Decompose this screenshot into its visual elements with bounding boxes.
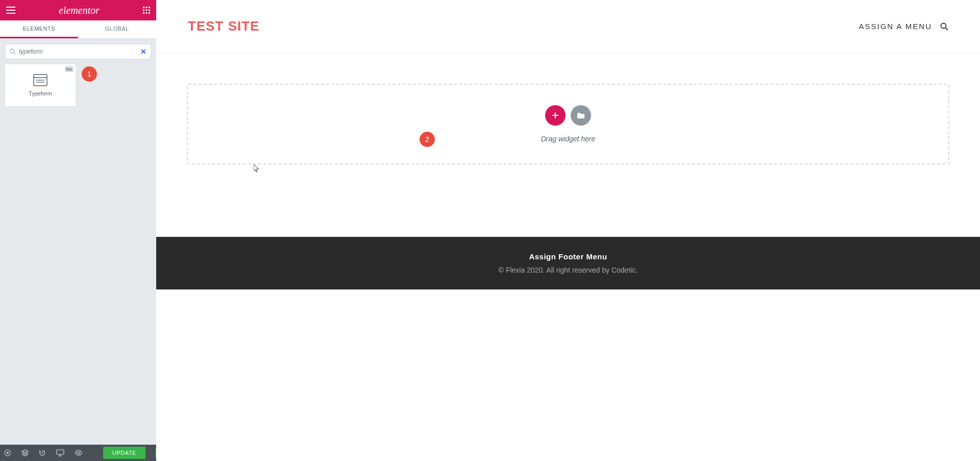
drop-zone[interactable]: Drag widget here [187, 84, 949, 164]
annotation-badge-1: 1 [82, 66, 97, 82]
svg-rect-16 [57, 450, 64, 454]
footer-menu-link[interactable]: Assign Footer Menu [156, 252, 980, 261]
search-container: ✕ [0, 39, 156, 64]
search-box: ✕ [5, 44, 151, 59]
update-button[interactable]: UPDATE [103, 447, 145, 459]
sidebar-tabs: ELEMENTS GLOBAL [0, 20, 156, 39]
svg-rect-8 [149, 12, 150, 14]
site-header: TEST SITE ASSIGN A MENU [156, 0, 980, 53]
search-input[interactable] [19, 48, 140, 55]
search-icon [10, 48, 16, 55]
add-section-button[interactable] [545, 105, 566, 126]
preview-icon[interactable] [75, 450, 83, 456]
site-header-right: ASSIGN A MENU [859, 22, 948, 31]
svg-rect-7 [145, 12, 147, 14]
svg-point-20 [941, 23, 946, 28]
editor-canvas: TEST SITE ASSIGN A MENU Drag widget here… [156, 0, 980, 461]
elementor-sidebar: elementor ELEMENTS GLOBAL ✕ EA Typeform [0, 0, 156, 461]
widget-label: Typeform [29, 90, 52, 96]
svg-rect-2 [149, 7, 150, 8]
clear-search-icon[interactable]: ✕ [140, 47, 146, 56]
svg-line-21 [946, 28, 948, 30]
footer-copyright: © Flexia 2020. All right reserved by Cod… [156, 266, 980, 274]
typeform-icon [33, 74, 47, 86]
svg-point-9 [10, 49, 14, 53]
svg-rect-0 [143, 7, 144, 8]
site-title[interactable]: TEST SITE [188, 18, 259, 34]
svg-rect-1 [145, 7, 147, 8]
site-footer: Assign Footer Menu © Flexia 2020. All ri… [156, 237, 980, 289]
widget-typeform[interactable]: EA Typeform [5, 64, 76, 106]
svg-point-19 [78, 452, 80, 454]
svg-rect-3 [143, 10, 144, 11]
assign-menu-link[interactable]: ASSIGN A MENU [859, 22, 932, 31]
navigator-icon[interactable] [21, 449, 29, 456]
responsive-icon[interactable] [56, 449, 64, 456]
widget-badge: EA [65, 66, 74, 72]
settings-icon[interactable] [4, 449, 11, 456]
canvas-body: Drag widget here [156, 53, 980, 195]
svg-rect-5 [149, 10, 150, 11]
tab-global[interactable]: GLOBAL [78, 20, 156, 38]
svg-rect-6 [143, 12, 144, 14]
svg-line-10 [14, 53, 15, 54]
sidebar-header: elementor [0, 0, 156, 20]
elementor-logo: elementor [59, 5, 100, 16]
svg-point-15 [7, 452, 9, 454]
tab-elements[interactable]: ELEMENTS [0, 20, 78, 38]
widgets-list: EA Typeform [0, 64, 156, 106]
history-icon[interactable] [39, 449, 46, 456]
svg-rect-4 [145, 10, 147, 11]
hamburger-menu-icon[interactable] [6, 7, 15, 14]
site-search-icon[interactable] [940, 22, 948, 31]
drop-zone-text: Drag widget here [541, 135, 596, 143]
annotation-badge-2: 2 [420, 132, 435, 147]
sidebar-footer: UPDATE [0, 445, 156, 461]
drop-zone-buttons [545, 105, 591, 126]
apps-grid-icon[interactable] [143, 7, 150, 14]
template-library-button[interactable] [571, 105, 591, 126]
